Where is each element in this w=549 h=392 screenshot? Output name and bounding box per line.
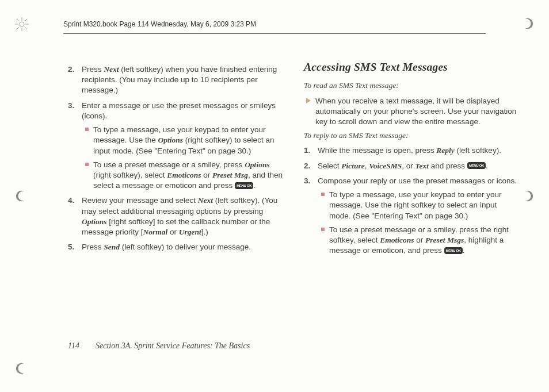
document-header: Sprint M320.book Page 114 Wednesday, May… (63, 20, 256, 29)
page-number: 114 (68, 341, 79, 352)
crop-ornament-icon (15, 362, 28, 375)
right-column: Accessing SMS Text Messages To read an S… (304, 60, 520, 352)
step-3: Compose your reply or use the preset mes… (314, 176, 520, 256)
svg-line-7 (25, 19, 27, 21)
step-5: Press Send (left softkey) to deliver you… (78, 242, 284, 252)
right-steps: While the message is open, press Reply (… (304, 145, 520, 256)
left-steps: Press Next (left softkey) when you have … (68, 64, 284, 253)
svg-point-14 (521, 191, 531, 201)
menu-ok-key-icon: MENU OK (467, 162, 486, 169)
svg-point-12 (18, 191, 28, 201)
step-4: Review your message and select Next (lef… (78, 195, 284, 237)
page-body: Press Next (left softkey) when you have … (68, 60, 520, 352)
bullet: To type a message, use your keypad to en… (93, 125, 284, 156)
bullet: To use a preset message or a smiley, pre… (329, 225, 520, 256)
step-2: Press Next (left softkey) when you have … (78, 64, 284, 96)
step-1: While the message is open, press Reply (… (314, 145, 520, 156)
crop-ornament-icon (15, 17, 29, 31)
crop-ornament-icon (15, 190, 28, 202)
page-footer: 114 Section 3A. Sprint Service Features:… (68, 341, 250, 352)
svg-line-6 (25, 27, 27, 29)
svg-line-8 (17, 27, 19, 29)
menu-ok-key-icon: MENU OK (235, 182, 253, 189)
svg-point-10 (521, 19, 531, 29)
svg-point-16 (18, 364, 28, 374)
subhead: To reply to an SMS Text message: (304, 130, 520, 141)
bullet: To type a message, use your keypad to en… (329, 190, 520, 221)
left-column: Press Next (left softkey) when you have … (68, 60, 284, 352)
subhead: To read an SMS Text message: (304, 80, 520, 91)
tri-bullet: When you receive a text message, it will… (315, 96, 520, 128)
svg-point-0 (20, 22, 24, 26)
crop-ornament-icon (521, 17, 534, 30)
section-title: Accessing SMS Text Messages (304, 60, 520, 75)
bullet: To use a preset message or a smiley, pre… (93, 160, 284, 191)
step-3: Enter a message or use the preset messag… (78, 101, 284, 191)
crop-ornament-icon (521, 190, 534, 202)
header-rule (63, 33, 486, 34)
svg-line-5 (17, 19, 19, 21)
step-2: Select Picture, VoiceSMS, or Text and pr… (314, 161, 520, 171)
section-label: Section 3A. Sprint Service Features: The… (96, 341, 250, 352)
menu-ok-key-icon: MENU OK (444, 247, 463, 254)
